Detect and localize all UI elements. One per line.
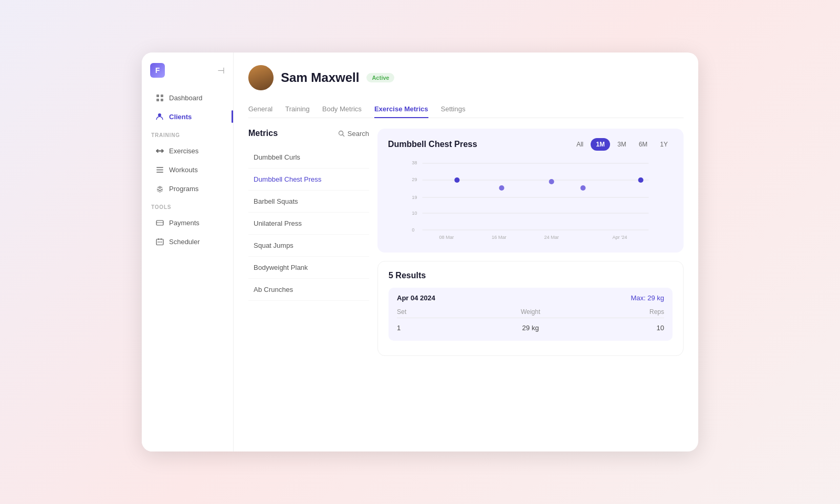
tools-section-label: Tools (142, 198, 233, 213)
result-reps: 10 (633, 324, 664, 332)
metric-item-barbell-squats[interactable]: Barbell Squats (248, 191, 369, 213)
results-card: 5 Results Apr 04 2024 Max: 29 kg Set Wei… (377, 261, 684, 356)
metrics-list: Dumbbell Curls Dumbbell Chest Press Barb… (248, 146, 369, 301)
sidebar-top: F ⊣ (142, 63, 233, 88)
svg-point-31 (499, 185, 505, 191)
svg-point-4 (158, 113, 161, 117)
svg-text:29: 29 (412, 177, 417, 182)
svg-text:16 Mar: 16 Mar (491, 235, 506, 240)
svg-rect-0 (156, 94, 159, 97)
time-btn-1m[interactable]: 1M (591, 138, 610, 151)
tab-exercise-metrics[interactable]: Exercise Metrics (374, 101, 428, 118)
svg-rect-3 (161, 99, 163, 101)
svg-rect-17 (159, 242, 160, 243)
metric-item-dumbbell-chest-press[interactable]: Dumbbell Chest Press (248, 169, 369, 191)
svg-text:38: 38 (412, 160, 417, 165)
status-badge: Active (366, 73, 394, 82)
svg-rect-6 (157, 149, 158, 153)
chart-panel: Dumbbell Chest Press All 1M 3M 6M 1Y 38 (377, 129, 684, 439)
svg-rect-11 (156, 169, 163, 170)
svg-rect-10 (156, 167, 163, 168)
sidebar-item-dashboard[interactable]: Dashboard (146, 89, 229, 107)
svg-rect-7 (161, 149, 162, 153)
time-btn-1y[interactable]: 1Y (655, 138, 673, 151)
dumbbell-icon (155, 146, 164, 155)
svg-point-32 (549, 179, 554, 184)
sidebar-item-workouts[interactable]: Workouts (146, 161, 229, 178)
col-header-reps: Reps (633, 308, 664, 316)
client-header: Sam Maxwell Active (248, 65, 684, 90)
collapse-button[interactable]: ⊣ (217, 66, 225, 76)
svg-point-30 (455, 177, 460, 183)
result-date: Apr 04 2024 (397, 294, 435, 302)
body-split: Metrics Search Dumbbell Curls Dumbbell C… (248, 129, 684, 439)
sidebar-item-clients[interactable]: Clients (146, 108, 229, 125)
tab-settings[interactable]: Settings (441, 101, 466, 118)
time-btn-all[interactable]: All (571, 138, 589, 151)
col-header-set: Set (397, 308, 428, 316)
result-row-header: Apr 04 2024 Max: 29 kg (397, 294, 664, 302)
sidebar-item-label: Scheduler (169, 238, 200, 246)
time-filters: All 1M 3M 6M 1Y (571, 138, 673, 151)
search-button[interactable]: Search (338, 130, 369, 138)
app-container: F ⊣ Dashboard Clients (142, 52, 698, 452)
main-content: Sam Maxwell Active General Training Body… (234, 52, 698, 452)
chart-card: Dumbbell Chest Press All 1M 3M 6M 1Y 38 (377, 129, 684, 253)
svg-point-19 (339, 131, 343, 135)
result-table-header: Set Weight Reps (397, 306, 664, 318)
tab-general[interactable]: General (248, 101, 272, 118)
client-name: Sam Maxwell (281, 70, 359, 85)
sidebar-item-label: Payments (169, 219, 200, 227)
svg-text:Apr '24: Apr '24 (612, 235, 627, 240)
sidebar: F ⊣ Dashboard Clients (142, 52, 234, 452)
time-btn-6m[interactable]: 6M (634, 138, 653, 151)
svg-rect-5 (156, 150, 157, 152)
search-icon (338, 130, 345, 137)
tabs-bar: General Training Body Metrics Exercise M… (248, 101, 684, 118)
sidebar-item-scheduler[interactable]: Scheduler (146, 233, 229, 250)
time-btn-3m[interactable]: 3M (612, 138, 632, 151)
avatar (248, 65, 274, 90)
svg-text:19: 19 (412, 195, 417, 200)
metric-item-unilateral-press[interactable]: Unilateral Press (248, 213, 369, 235)
sidebar-item-payments[interactable]: Payments (146, 214, 229, 232)
col-header-weight: Weight (505, 308, 557, 316)
metric-item-bodyweight-plank[interactable]: Bodyweight Plank (248, 257, 369, 279)
layers-icon (155, 184, 164, 193)
tab-body-metrics[interactable]: Body Metrics (322, 101, 362, 118)
sidebar-item-label: Clients (169, 113, 192, 121)
svg-rect-1 (161, 94, 163, 97)
sidebar-item-label: Programs (169, 185, 198, 193)
metrics-title: Metrics (248, 129, 278, 138)
metric-item-dumbbell-curls[interactable]: Dumbbell Curls (248, 146, 369, 169)
chart-svg: 38 29 19 10 0 (388, 159, 673, 243)
svg-rect-9 (158, 150, 161, 151)
avatar-image (248, 65, 274, 90)
person-icon (155, 112, 164, 121)
sidebar-item-label: Exercises (169, 147, 198, 155)
svg-rect-8 (162, 150, 163, 152)
sidebar-item-programs[interactable]: Programs (146, 180, 229, 197)
result-max: Max: 29 kg (631, 294, 664, 302)
calendar-icon (155, 237, 164, 246)
svg-rect-16 (158, 242, 159, 243)
svg-rect-14 (156, 222, 163, 223)
svg-point-34 (638, 177, 644, 183)
metric-item-squat-jumps[interactable]: Squat Jumps (248, 235, 369, 257)
chart-card-header: Dumbbell Chest Press All 1M 3M 6M 1Y (388, 138, 673, 151)
list-icon (155, 165, 164, 174)
result-table-row: 1 29 kg 10 (397, 321, 664, 334)
results-title: 5 Results (388, 271, 673, 280)
tab-training[interactable]: Training (285, 101, 309, 118)
card-icon (155, 218, 164, 227)
svg-text:10: 10 (412, 211, 417, 216)
metric-item-ab-crunches[interactable]: Ab Crunches (248, 279, 369, 301)
svg-rect-12 (156, 172, 163, 173)
sidebar-item-exercises[interactable]: Exercises (146, 142, 229, 160)
svg-text:0: 0 (412, 227, 415, 233)
svg-rect-2 (156, 99, 159, 101)
svg-text:08 Mar: 08 Mar (439, 235, 454, 240)
logo-icon: F (150, 63, 165, 78)
chart-title: Dumbbell Chest Press (388, 140, 477, 149)
result-set: 1 (397, 324, 428, 332)
